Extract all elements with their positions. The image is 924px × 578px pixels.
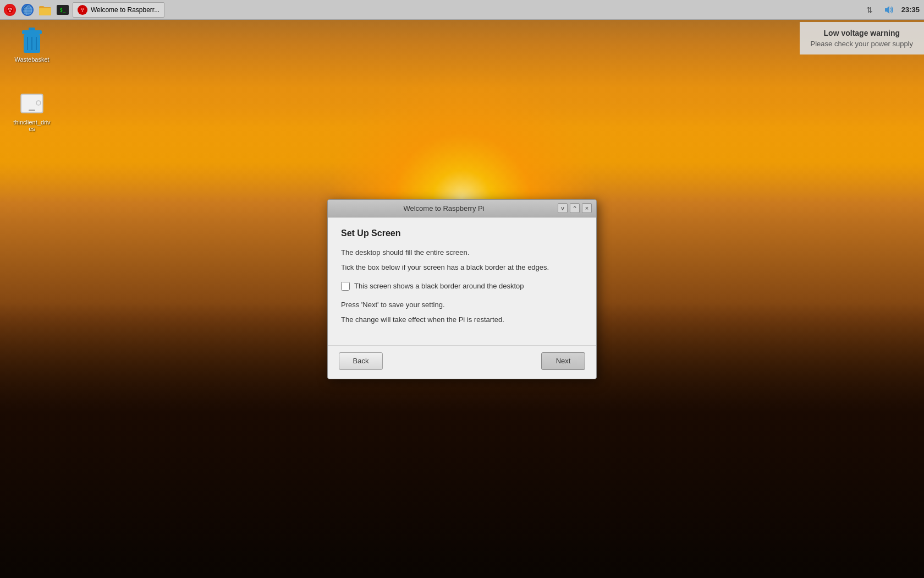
dialog-title: Welcome to Raspberry Pi — [332, 204, 556, 212]
dialog-content: Set Up Screen The desktop should fill th… — [328, 217, 596, 341]
black-border-checkbox-row: This screen shows a black border around … — [341, 282, 583, 291]
back-button[interactable]: Back — [339, 352, 383, 370]
dialog-restore-button[interactable]: ^ — [570, 203, 580, 213]
dialog-text3: Press 'Next' to save your setting. — [341, 299, 583, 310]
dialog-text4: The change will take effect when the Pi … — [341, 314, 583, 325]
dialog-text1: The desktop should fill the entire scree… — [341, 247, 583, 258]
dialog-text2: Tick the box below if your screen has a … — [341, 262, 583, 273]
dialog-overlay: Welcome to Raspberry Pi v ^ × Set Up Scr… — [0, 0, 924, 578]
black-border-label[interactable]: This screen shows a black border around … — [354, 282, 524, 290]
dialog-section-title: Set Up Screen — [341, 228, 583, 238]
dialog-footer: Back Next — [328, 345, 596, 379]
dialog-titlebar: Welcome to Raspberry Pi v ^ × — [328, 200, 596, 217]
black-border-checkbox[interactable] — [341, 282, 350, 291]
dialog-close-button[interactable]: × — [582, 203, 592, 213]
welcome-dialog: Welcome to Raspberry Pi v ^ × Set Up Scr… — [327, 199, 597, 379]
next-button[interactable]: Next — [541, 352, 585, 370]
dialog-minimize-button[interactable]: v — [558, 203, 568, 213]
